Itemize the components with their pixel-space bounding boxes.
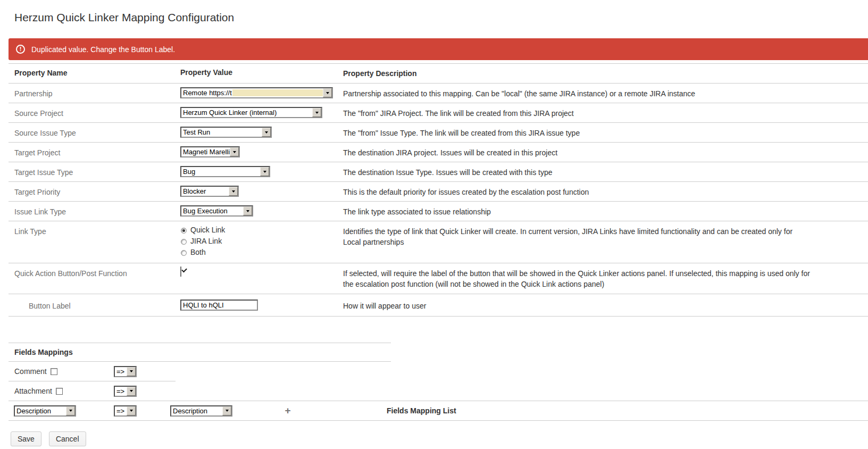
cancel-button[interactable]: Cancel bbox=[49, 431, 86, 446]
source-issue-type-select[interactable]: Test Run bbox=[180, 127, 272, 138]
row-label: Button Label bbox=[9, 300, 180, 311]
fields-mappings-title: Fields Mappings bbox=[9, 343, 391, 362]
dropdown-arrow-icon[interactable] bbox=[127, 367, 136, 376]
attachment-checkbox[interactable] bbox=[56, 388, 63, 395]
radio-icon[interactable] bbox=[181, 250, 187, 256]
save-button[interactable]: Save bbox=[11, 431, 41, 446]
dropdown-arrow-icon[interactable] bbox=[66, 406, 75, 415]
error-circle-icon bbox=[16, 45, 25, 54]
fm-row-attachment: Attachment => bbox=[9, 381, 868, 401]
target-priority-select[interactable]: Blocker bbox=[180, 186, 239, 197]
dropdown-arrow-icon[interactable] bbox=[230, 147, 239, 156]
comment-checkbox[interactable] bbox=[51, 368, 57, 375]
dropdown-arrow-icon[interactable] bbox=[229, 187, 238, 196]
row-target-priority: Target Priority Blocker This is the defa… bbox=[9, 182, 868, 202]
button-label-input[interactable] bbox=[180, 300, 258, 311]
partnership-select-value: Remote https://t bbox=[183, 89, 232, 97]
dropdown-arrow-icon[interactable] bbox=[262, 128, 271, 137]
fm-comment-label: Comment bbox=[14, 367, 47, 376]
row-description: The destination Issue Type. Issues will … bbox=[343, 166, 811, 178]
row-description: The "from" JIRA Project. The link will b… bbox=[343, 107, 811, 119]
fields-mapping-list-title: Fields Mapping List bbox=[387, 406, 456, 415]
table-header-row: Property Name Property Value Property De… bbox=[9, 64, 868, 84]
row-label: Quick Action Button/Post Function bbox=[9, 267, 180, 278]
divider bbox=[9, 420, 868, 421]
row-description: If selected, will require the label of t… bbox=[343, 267, 811, 289]
row-label: Target Priority bbox=[9, 186, 180, 197]
row-target-project: Target Project Magneti Marelli The desti… bbox=[9, 143, 868, 162]
row-label: Issue Link Type bbox=[9, 205, 180, 217]
property-table: Property Name Property Value Property De… bbox=[9, 63, 868, 317]
header-property-value: Property Value bbox=[180, 68, 343, 77]
attachment-operator-select[interactable]: => bbox=[114, 386, 137, 397]
partnership-select[interactable]: Remote https://t bbox=[180, 87, 333, 98]
error-message: Duplicated value. Change the Button Labe… bbox=[31, 45, 175, 54]
row-label: Source Issue Type bbox=[9, 127, 180, 138]
link-type-radio-group: Quick Link JIRA Link Both bbox=[180, 225, 343, 259]
header-property-description: Property Description bbox=[343, 68, 811, 79]
row-source-issue-type: Source Issue Type Test Run The "from" Is… bbox=[9, 123, 868, 143]
row-description: The link type associated to issue relati… bbox=[343, 205, 811, 217]
dropdown-arrow-icon[interactable] bbox=[312, 108, 321, 117]
dropdown-arrow-icon[interactable] bbox=[127, 387, 136, 396]
radio-both[interactable]: Both bbox=[180, 248, 343, 259]
page-title: Herzum Quick Linker Mapping Configuratio… bbox=[14, 11, 868, 24]
row-description: This is the default priority for issues … bbox=[343, 186, 811, 197]
row-label: Source Project bbox=[9, 107, 180, 118]
header-property-name: Property Name bbox=[9, 68, 180, 78]
dropdown-arrow-icon[interactable] bbox=[260, 167, 269, 176]
row-label: Partnership bbox=[9, 87, 180, 98]
row-label: Target Project bbox=[9, 146, 180, 157]
row-description: How it will appear to user bbox=[343, 300, 811, 311]
row-source-project: Source Project Herzum Quick Linker (inte… bbox=[9, 103, 868, 123]
fields-mappings-section: Fields Mappings Comment => Attachment =>… bbox=[9, 343, 868, 421]
row-partnership: Partnership Remote https://t Partnership… bbox=[9, 84, 868, 103]
dropdown-arrow-icon[interactable] bbox=[323, 88, 332, 97]
error-banner: Duplicated value. Change the Button Labe… bbox=[9, 38, 868, 60]
fm-row-comment: Comment => bbox=[9, 362, 868, 381]
source-project-select[interactable]: Herzum Quick Linker (internal) bbox=[180, 107, 322, 118]
target-project-select[interactable]: Magneti Marelli bbox=[180, 146, 240, 157]
dropdown-arrow-icon[interactable] bbox=[127, 406, 136, 415]
row-label: Target Issue Type bbox=[9, 166, 180, 177]
target-field-select[interactable]: Description bbox=[170, 405, 232, 417]
dropdown-arrow-icon[interactable] bbox=[222, 406, 231, 415]
issue-link-type-select[interactable]: Bug Execution bbox=[180, 205, 253, 217]
radio-quick-link[interactable]: Quick Link bbox=[180, 226, 343, 237]
row-target-issue-type: Target Issue Type Bug The destination Is… bbox=[9, 162, 868, 182]
fm-row-description-mapping: Description => Description + Fields Mapp… bbox=[9, 401, 868, 420]
radio-selected-icon[interactable] bbox=[181, 228, 187, 234]
row-description: Identifies the type of link that Quick L… bbox=[343, 225, 811, 247]
redacted-url bbox=[232, 89, 323, 96]
quick-action-checkbox[interactable] bbox=[180, 267, 181, 277]
row-button-label: Button Label How it will appear to user bbox=[9, 294, 868, 317]
row-description: The destination JIRA project. Issues wil… bbox=[343, 146, 811, 158]
row-quick-action-button: Quick Action Button/Post Function If sel… bbox=[9, 263, 868, 294]
row-description: The "from" Issue Type. The link will be … bbox=[343, 127, 811, 138]
action-buttons: Save Cancel bbox=[11, 431, 868, 446]
row-issue-link-type: Issue Link Type Bug Execution The link t… bbox=[9, 202, 868, 221]
field-operator-select[interactable]: => bbox=[114, 405, 137, 417]
row-link-type: Link Type Quick Link JIRA Link Both Iden… bbox=[9, 221, 868, 263]
row-description: Partnership associated to this mapping. … bbox=[343, 87, 811, 99]
add-mapping-plus-icon[interactable]: + bbox=[282, 405, 293, 417]
comment-operator-select[interactable]: => bbox=[114, 366, 137, 377]
row-label: Link Type bbox=[9, 225, 180, 236]
source-field-select[interactable]: Description bbox=[14, 405, 76, 417]
fm-attachment-label: Attachment bbox=[14, 387, 52, 395]
radio-icon[interactable] bbox=[181, 239, 187, 245]
target-issue-type-select[interactable]: Bug bbox=[180, 166, 270, 177]
radio-jira-link[interactable]: JIRA Link bbox=[180, 237, 343, 248]
dropdown-arrow-icon[interactable] bbox=[243, 206, 252, 215]
